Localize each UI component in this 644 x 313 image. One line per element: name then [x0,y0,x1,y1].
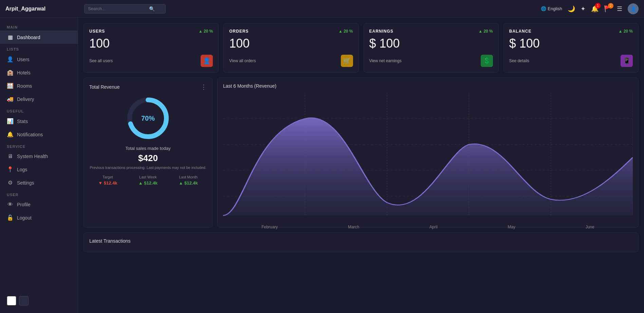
donut-stat-label: Last Month [170,175,207,179]
sidebar-section-title: LISTS [0,44,78,53]
charts-row: Total Revenue ⋮ 70% Total sales made tod… [84,77,639,228]
donut-stat-value: ▼ $12.4k [89,180,126,186]
donut-subtitle: Total sales made today [89,146,207,151]
star-icon[interactable]: ✦ [581,5,586,13]
x-label: May [508,225,515,229]
stat-title: ORDERS [229,29,249,34]
brand: Arpit_Aggarwal [5,6,80,12]
sidebar-section-title: USEFUL [0,106,78,115]
sidebar-item-hotels[interactable]: 🏨Hotels [0,66,78,79]
users-icon: 👤 [7,56,14,63]
stat-title: EARNINGS [369,29,393,34]
x-label: March [348,225,359,229]
notifications-icon: 🔔 [7,131,14,138]
donut-stat-item: Target ▼ $12.4k [89,175,126,186]
stat-title: BALANCE [509,29,532,34]
sidebar-item-label: Hotels [17,70,31,75]
delivery-icon: 🚚 [7,96,14,102]
darkmode-toggle[interactable]: 🌙 [568,5,575,13]
revenue-chart-card: Last 6 Months (Revenue) [217,77,639,228]
language-selector[interactable]: 🌐 English [541,6,562,11]
x-axis-labels: FebruaryMarchAprilMayJune [223,223,633,229]
chart-menu-icon[interactable]: ⋮ [201,83,207,91]
search-icon: 🔍 [149,6,155,12]
stat-card-header: BALANCE ▲ 20 % [509,29,633,34]
sidebar-item-label: Rooms [17,83,32,89]
stat-link[interactable]: View all orders [229,58,256,63]
hotels-icon: 🏨 [7,69,14,76]
sidebar-item-logs[interactable]: 📍Logs [0,163,78,176]
sidebar-item-label: Logs [17,167,27,172]
sidebar-item-profile[interactable]: 👁Profile [0,198,78,211]
stat-change: ▲ 20 % [199,29,213,34]
donut-stat-item: Last Week ▲ $12.4k [130,175,167,186]
sidebar-item-label: Logout [17,215,32,221]
donut-stat-value: ▲ $12.4k [130,180,167,186]
menu-icon[interactable]: ☰ [617,5,622,13]
avatar[interactable]: 👤 [628,3,639,14]
stat-change: ▲ 20 % [338,29,353,34]
flag-icon[interactable]: 🚩 2 [604,5,611,13]
sidebar-item-notifications[interactable]: 🔔Notifications [0,128,78,141]
stat-icon: 💲 [481,55,493,67]
sidebar-item-logout[interactable]: 🔓Logout [0,211,78,224]
settings-icon: ⚙ [7,179,14,186]
donut-stat-label: Target [89,175,126,179]
sidebar-item-stats[interactable]: 📊Stats [0,115,78,128]
sidebar: MAIN▦DashboardLISTS👤Users🏨Hotels🪟Rooms🚚D… [0,18,78,313]
profile-icon: 👁 [7,202,14,208]
x-label: June [586,225,594,229]
stat-card-header: ORDERS ▲ 20 % [229,29,353,34]
stat-value: $ 100 [369,36,493,51]
donut-chart-container: 70% [89,96,207,140]
donut-stat-value: ▲ $12.4k [170,180,207,186]
main-layout: MAIN▦DashboardLISTS👤Users🏨Hotels🪟Rooms🚚D… [0,18,644,313]
sidebar-item-dashboard[interactable]: ▦Dashboard [0,31,78,44]
stat-card-header: EARNINGS ▲ 20 % [369,29,493,34]
logout-icon: 🔓 [7,214,14,221]
stat-value: $ 100 [509,36,633,51]
sidebar-item-label: Dashboard [17,35,40,40]
revenue-chart-title: Last 6 Months (Revenue) [223,83,633,89]
system health-icon: 🖥 [7,153,14,159]
stat-card-users: USERS ▲ 20 % 100 See all users 👤 [84,23,219,73]
stat-footer: See details 📱 [509,55,633,67]
sidebar-item-rooms[interactable]: 🪟Rooms [0,79,78,92]
stat-icon: 👤 [201,55,213,67]
donut-note: Previous transactions processing. Last p… [89,166,207,170]
sidebar-item-label: Profile [17,202,31,207]
donut-stats: Target ▼ $12.4k Last Week ▲ $12.4k Last … [89,175,207,186]
stat-cards: USERS ▲ 20 % 100 See all users 👤 ORDERS … [84,23,639,73]
dashboard-icon: ▦ [7,34,14,40]
sidebar-item-settings[interactable]: ⚙Settings [0,176,78,189]
search-box: 🔍 [84,4,166,14]
topbar-right: 🌐 English 🌙 ✦ 🔔 1 🚩 2 ☰ 👤 [541,3,639,14]
stat-footer: See all users 👤 [89,55,213,67]
stat-link[interactable]: See all users [89,58,113,63]
latest-transactions-card: Latest Transactions [84,232,639,252]
stat-card-earnings: EARNINGS ▲ 20 % $ 100 View net earnings … [364,23,499,73]
sidebar-item-delivery[interactable]: 🚚Delivery [0,92,78,106]
total-revenue-card: Total Revenue ⋮ 70% Total sales made tod… [84,77,213,228]
donut-stat-item: Last Month ▲ $12.4k [170,175,207,186]
notifications-icon[interactable]: 🔔 1 [591,5,599,13]
notification-badge: 1 [595,3,601,8]
flag-badge: 2 [608,3,613,8]
stat-link[interactable]: See details [509,58,529,63]
stat-footer: View all orders 🛒 [229,55,353,67]
sidebar-section-title: MAIN [0,22,78,31]
donut-stat-label: Last Week [130,175,167,179]
stat-link[interactable]: View net earnings [369,58,402,63]
dark-theme-button[interactable] [19,296,29,306]
stat-footer: View net earnings 💲 [369,55,493,67]
sidebar-item-system-health[interactable]: 🖥System Health [0,150,78,163]
transactions-title: Latest Transactions [89,238,633,244]
stat-card-header: USERS ▲ 20 % [89,29,213,34]
search-input[interactable] [88,6,149,11]
sidebar-item-users[interactable]: 👤Users [0,53,78,66]
stat-card-balance: BALANCE ▲ 20 % $ 100 See details 📱 [503,23,639,73]
light-theme-button[interactable] [7,296,16,306]
theme-switcher [0,293,78,309]
stat-value: 100 [89,36,213,51]
area-chart: FebruaryMarchAprilMayJune [223,93,633,222]
